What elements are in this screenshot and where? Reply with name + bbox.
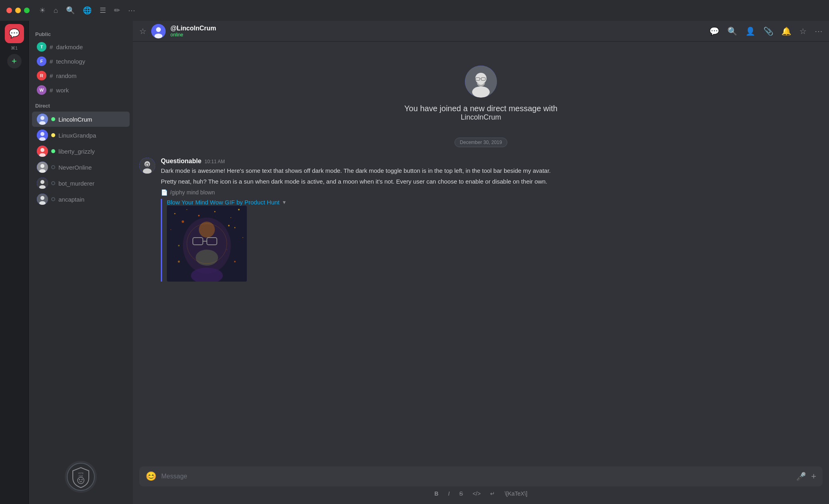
svg-point-26 <box>154 34 162 38</box>
svg-point-25 <box>156 27 161 32</box>
svg-point-48 <box>242 237 243 238</box>
add-workspace-button[interactable]: + <box>7 54 22 68</box>
message-text-1: Dark mode is awesome! Here's some text t… <box>161 166 823 176</box>
svg-point-57 <box>182 220 184 223</box>
svg-point-31 <box>477 75 485 85</box>
close-button[interactable] <box>6 8 12 13</box>
app-icon-bar: 💬 ⌘1 + <box>0 21 29 504</box>
chat-username: @LincolnCrum <box>170 25 216 32</box>
giphy-title-row: Blow Your Mind Wow GIF by Product Hunt ▼ <box>167 199 823 206</box>
sidebar-item-bot-murderer[interactable]: bot_murderer <box>32 176 130 191</box>
header-actions: 💬 🔍 👤 📎 🔔 ☆ ⋯ <box>709 26 823 36</box>
random-avatar: R <box>37 71 46 80</box>
lincolncrum-avatar <box>37 114 48 125</box>
svg-text:VOTE: VOTE <box>78 472 84 474</box>
giphy-image <box>167 206 247 282</box>
message-header: Questionable 10:11 AM <box>161 158 823 165</box>
bot-murderer-label: bot_murderer <box>58 180 94 187</box>
mic-button[interactable]: 🎤 <box>796 472 806 481</box>
footer-logo: VOTE FOR <box>65 461 97 493</box>
favorite-icon[interactable]: ☆ <box>139 26 146 36</box>
sidebar-item-random[interactable]: R # random <box>32 69 130 82</box>
pin-icon[interactable]: 📎 <box>763 26 773 36</box>
sun-icon[interactable]: ☀ <box>39 6 46 15</box>
neveronline-label: NeverOnline <box>58 164 92 171</box>
online-status-dot <box>51 117 55 121</box>
sidebar: Public T # darkmode F # technology R # r… <box>29 21 133 504</box>
direct-section-header: Direct <box>29 100 133 111</box>
latex-button[interactable]: \[KaTeX\] <box>503 490 529 498</box>
search-header-icon[interactable]: 🔍 <box>727 26 737 36</box>
date-divider: December 30, 2019 <box>139 138 823 147</box>
kebab-icon[interactable]: ⋯ <box>815 26 823 36</box>
chat-messages: You have joined a new direct message wit… <box>133 42 829 466</box>
giphy-title[interactable]: Blow Your Mind Wow GIF by Product Hunt <box>167 199 280 206</box>
search-bubble-icon[interactable]: 💬 <box>709 26 719 36</box>
svg-point-41 <box>186 209 187 210</box>
liberty-grizzly-label: liberty_grizzly <box>58 148 95 155</box>
sidebar-footer: VOTE FOR <box>29 454 133 499</box>
hash-icon: # <box>50 44 53 50</box>
sidebar-item-liberty-grizzly[interactable]: liberty_grizzly <box>32 144 130 159</box>
svg-point-44 <box>230 217 231 218</box>
technology-avatar: F <box>37 56 46 66</box>
strikethrough-button[interactable]: S <box>458 490 465 498</box>
svg-point-16 <box>40 196 44 200</box>
sidebar-item-linuxgrandpa[interactable]: LinuxGrandpa <box>32 128 130 143</box>
giphy-dropdown-icon[interactable]: ▼ <box>282 200 287 205</box>
titlebar-icons: ☀ ⌂ 🔍 🌐 ☰ ✏ ⋯ <box>39 6 135 15</box>
sidebar-item-neveronline[interactable]: NeverOnline <box>32 160 130 175</box>
workspace-icon[interactable]: 💬 <box>5 24 24 43</box>
search-icon[interactable]: 🔍 <box>66 6 75 15</box>
bot-murderer-avatar <box>37 178 48 189</box>
svg-point-40 <box>174 213 176 214</box>
window-controls <box>6 8 30 13</box>
svg-text:FOR: FOR <box>79 475 83 477</box>
globe-icon[interactable]: 🌐 <box>83 6 92 15</box>
home-icon[interactable]: ⌂ <box>54 6 58 15</box>
giphy-placeholder <box>167 206 247 282</box>
bell-icon[interactable]: 🔔 <box>781 26 791 36</box>
online-status-dot2 <box>51 149 55 153</box>
list-icon[interactable]: ☰ <box>100 6 106 15</box>
linuxgrandpa-label: LinuxGrandpa <box>58 132 96 139</box>
add-attachment-button[interactable]: + <box>811 471 816 482</box>
welcome-banner: You have joined a new direct message wit… <box>133 50 829 130</box>
minimize-button[interactable] <box>15 8 21 13</box>
italic-button[interactable]: I <box>447 490 451 498</box>
return-button[interactable]: ↵ <box>489 490 497 498</box>
offline-status-dot <box>51 165 55 169</box>
svg-point-1 <box>40 116 44 120</box>
work-avatar: W <box>37 85 46 95</box>
sidebar-item-technology[interactable]: F # technology <box>32 54 130 68</box>
bold-button[interactable]: B <box>433 490 440 498</box>
edit-icon[interactable]: ✏ <box>114 6 120 15</box>
message-author-avatar: Q <box>139 158 155 174</box>
maximize-button[interactable] <box>24 8 30 13</box>
chat-input-area: 😊 🎤 + B I S </> ↵ \[KaTeX\] <box>133 466 829 504</box>
liberty-grizzly-avatar <box>37 146 48 157</box>
idle-status-dot <box>51 133 55 137</box>
svg-point-4 <box>40 132 44 136</box>
linuxgrandpa-avatar <box>37 130 48 141</box>
member-icon[interactable]: 👤 <box>745 26 755 36</box>
sidebar-item-lincolncrum[interactable]: LincolnCrum <box>32 112 130 127</box>
sidebar-item-darkmode[interactable]: T # darkmode <box>32 40 130 54</box>
chat-user-avatar <box>151 24 166 38</box>
emoji-button[interactable]: 😊 <box>146 471 156 482</box>
welcome-name: LincolnCrum <box>461 113 501 122</box>
message-input[interactable] <box>161 473 791 480</box>
ancaptain-avatar <box>37 194 48 205</box>
hash-icon: # <box>50 72 53 79</box>
star-header-icon[interactable]: ☆ <box>799 26 807 36</box>
sidebar-item-work[interactable]: W # work <box>32 83 130 97</box>
hash-icon: # <box>50 87 53 94</box>
svg-point-10 <box>40 164 44 168</box>
code-button[interactable]: </> <box>471 490 482 498</box>
more-icon[interactable]: ⋯ <box>128 6 135 15</box>
sidebar-item-ancaptain[interactable]: ancaptain <box>32 192 130 207</box>
sidebar-item-label-darkmode: darkmode <box>56 44 83 50</box>
message-text-2: Pretty neat, huh? The icon is a sun when… <box>161 177 823 186</box>
svg-point-43 <box>214 211 216 212</box>
darkmode-avatar: T <box>37 42 46 52</box>
